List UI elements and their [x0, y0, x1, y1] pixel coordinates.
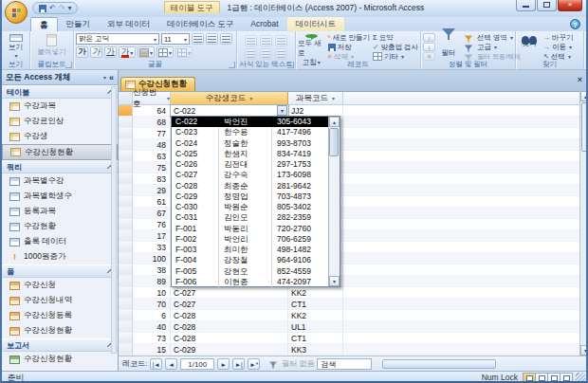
row-selector[interactable] — [119, 162, 133, 173]
row-selector[interactable] — [119, 287, 133, 299]
dropdown-item[interactable]: F-004강장철964-9106 — [172, 255, 328, 265]
bold-button[interactable]: ✓가 — [76, 46, 88, 58]
increase-indent-button[interactable] — [260, 35, 272, 46]
row-selector[interactable] — [119, 128, 133, 139]
combo-dropdown-button[interactable]: ▾ — [277, 105, 287, 116]
scroll-up-icon[interactable]: ▴ — [580, 91, 588, 101]
cell-apply-no[interactable]: 38 — [133, 264, 171, 276]
row-selector[interactable] — [119, 139, 133, 151]
dropdown-item[interactable]: C-028최종순281-9642 — [172, 181, 328, 192]
dialog-launcher-icon[interactable] — [287, 62, 294, 68]
dropdown-item[interactable]: C-023한수용417-7496 — [172, 127, 328, 137]
document-close-button[interactable]: × — [574, 74, 586, 86]
new-record-button[interactable]: *새로 만들기 — [328, 33, 371, 42]
nav-item-form[interactable]: 수강신청 — [2, 278, 118, 293]
search-input[interactable]: 검색 — [317, 358, 372, 370]
cell-apply-no[interactable]: 76 — [133, 219, 171, 230]
record-position-box[interactable]: 1/100 — [180, 358, 214, 370]
cell-apply-no[interactable]: 64 — [133, 105, 171, 117]
cell-apply-no[interactable]: 73 — [133, 333, 171, 344]
pivotchart-view-button[interactable] — [547, 373, 560, 383]
cell-subject-code[interactable]: CT1 — [288, 333, 343, 344]
nav-group-forms[interactable]: 폼 — [2, 264, 118, 278]
datasheet-view-button[interactable] — [523, 373, 536, 383]
sort-ascending-button[interactable]: ↓ — [423, 33, 435, 42]
selection-filter-button[interactable]: 선택 영역▾ — [462, 33, 513, 42]
nav-item-query[interactable]: 과목별수강 — [2, 173, 118, 189]
row-selector[interactable] — [119, 230, 133, 242]
scroll-thumb[interactable] — [581, 102, 588, 152]
column-header-apply-no[interactable]: 신청번호▾ — [133, 92, 171, 105]
cell-subject-code[interactable]: UL1 — [288, 321, 343, 333]
dropdown-item[interactable]: C-027강수숙173-6098 — [172, 170, 328, 180]
column-header-student-code[interactable]: 수강생코드▾ — [171, 92, 288, 105]
nav-pane-header[interactable]: 모든 Access 개체 ▾ « — [2, 70, 118, 85]
dropdown-item[interactable]: C-026김전대297-1753 — [172, 159, 328, 170]
cell-apply-no[interactable]: 40 — [133, 321, 171, 333]
direction-button[interactable] — [275, 35, 287, 46]
cell-student-code[interactable]: C-027 — [171, 299, 288, 310]
cell-subject-code[interactable]: KK2 — [288, 310, 343, 321]
alternate-fill-button[interactable]: ▾ — [175, 46, 193, 58]
font-color-button[interactable]: 가▾ — [119, 46, 136, 58]
totals-button[interactable]: Σ요약 — [373, 33, 418, 42]
maximize-button[interactable] — [537, 0, 557, 11]
dropdown-item[interactable]: C-024정술한993-8703 — [172, 138, 328, 149]
row-selector[interactable] — [119, 253, 133, 264]
nav-group-tables[interactable]: 테이블 — [2, 85, 118, 99]
row-selector[interactable] — [119, 196, 133, 208]
close-button[interactable]: × — [558, 0, 582, 11]
cell-student-code[interactable]: C-028 — [171, 321, 288, 333]
view-button[interactable]: 보기 ▾ — [4, 33, 28, 59]
nav-item-query[interactable]: 출록 데이터 — [2, 234, 118, 249]
nav-item-table[interactable]: 수강과목 — [2, 99, 118, 114]
cell-subject-code[interactable]: KK3 — [288, 344, 343, 356]
dropdown-item[interactable]: F-002박언리706-6259 — [172, 234, 328, 245]
align-center-button[interactable] — [206, 33, 218, 45]
nav-item-report[interactable]: 수강신청현황 — [2, 352, 118, 367]
cell-student-code[interactable]: C-029 — [171, 344, 288, 356]
pivottable-view-button[interactable] — [535, 373, 548, 383]
row-selector[interactable] — [119, 344, 133, 356]
dropdown-item[interactable]: C-030박원순805-3402 — [172, 202, 328, 212]
dropdown-item[interactable]: C-031김인모282-2359 — [172, 212, 328, 223]
cell-apply-no[interactable]: 29 — [133, 185, 171, 196]
find-button[interactable]: 찾기 — [518, 33, 541, 59]
nav-pane-scrollbar[interactable] — [111, 86, 117, 354]
cell-apply-no[interactable]: 100 — [133, 253, 171, 264]
tab-create[interactable]: 만들기 — [58, 17, 100, 31]
row-selector[interactable] — [119, 321, 133, 333]
nav-group-reports[interactable]: 보고서 — [2, 338, 118, 352]
underline-button[interactable]: 가 — [104, 46, 117, 58]
filter-button[interactable]: 필터 — [438, 33, 459, 59]
nav-item-query[interactable]: 수강현황 — [2, 219, 118, 234]
next-record-button[interactable]: ► — [217, 358, 230, 370]
cell-apply-no[interactable]: 10 — [133, 287, 171, 299]
row-selector[interactable] — [119, 276, 133, 287]
font-size-combobox[interactable]: 11 ▾ — [161, 33, 190, 45]
row-selector[interactable] — [119, 208, 133, 219]
tab-acrobat[interactable]: Acrobat — [242, 17, 286, 31]
column-header-subject-code[interactable]: 과목코드▾ — [288, 92, 343, 105]
paste-button[interactable]: 붙여넣기 — [32, 33, 71, 59]
tab-datasheet[interactable]: 데이터시트 — [287, 17, 345, 31]
current-row-selector[interactable] — [119, 105, 133, 117]
first-record-button[interactable]: |◄ — [150, 358, 162, 370]
row-selector[interactable] — [119, 173, 133, 185]
row-selector[interactable] — [119, 185, 133, 196]
align-right-button[interactable] — [220, 33, 232, 45]
cell-apply-no[interactable]: 33 — [133, 242, 171, 253]
design-view-button[interactable] — [560, 373, 573, 383]
cell-apply-no[interactable]: 83 — [133, 173, 171, 185]
spelling-button[interactable]: ✓맞춤법 검사 — [373, 43, 418, 51]
tab-external-data[interactable]: 외부 데이터 — [99, 17, 158, 31]
office-button[interactable] — [5, 1, 28, 24]
dropdown-item[interactable]: F-001박동리720-2760 — [172, 224, 328, 234]
minimize-button[interactable] — [516, 0, 536, 11]
fill-color-button[interactable]: ▾ — [138, 46, 155, 58]
dropdown-item[interactable]: F-006이현종474-2097 — [172, 277, 328, 287]
filter-status[interactable]: 필터 없음 — [266, 358, 314, 369]
cell-apply-no[interactable]: 70 — [133, 299, 171, 310]
new-record-button[interactable]: ►* — [248, 358, 260, 370]
replace-button[interactable]: →바꾸기 — [543, 33, 581, 42]
